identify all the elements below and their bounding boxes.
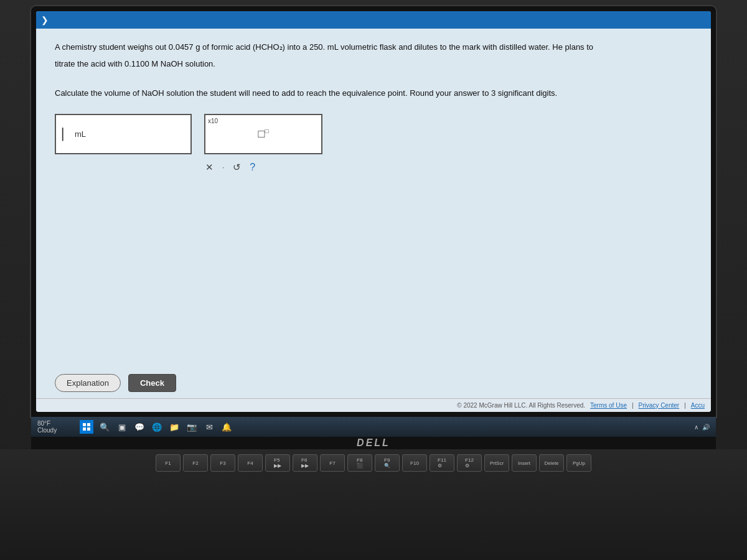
key-f10[interactable]: F10 (402, 454, 427, 472)
dell-logo: DELL (357, 437, 390, 449)
key-f3[interactable]: F3 (210, 454, 235, 472)
key-f1[interactable]: F1 (156, 454, 181, 472)
mail-icon[interactable]: ✉ (203, 421, 215, 433)
problem-line3: Calculate the volume of NaOH solution th… (55, 87, 692, 100)
answer-input-box[interactable]: ▏ mL (55, 114, 192, 154)
key-pgup[interactable]: PgUp (566, 454, 591, 472)
taskview-icon[interactable]: ▣ (116, 421, 128, 433)
explanation-button[interactable]: Explanation (55, 374, 121, 392)
chevron-up-icon[interactable]: ∧ (694, 424, 698, 431)
key-f2[interactable]: F2 (183, 454, 208, 472)
math-controls: ✕ · ↺ ? (204, 158, 322, 177)
key-delete[interactable]: Delete (539, 454, 564, 472)
weather-temp: 80°F (37, 420, 75, 427)
key-prtscr[interactable]: PrtScr (484, 454, 509, 472)
input-cursor-icon: ▏ (62, 128, 71, 141)
key-insert[interactable]: Insert (512, 454, 537, 472)
dot-separator: · (222, 163, 224, 172)
dell-branding: DELL (31, 437, 716, 449)
browser-icon[interactable]: 🌐 (151, 421, 163, 433)
taskbar: 80°F Cloudy 🔍 ▣ 💬 🌐 📁 📷 ✉ 🔔 ∧ 🔊 (31, 417, 716, 437)
weather-desc: Cloudy (37, 427, 75, 434)
bell-icon[interactable]: 🔔 (220, 421, 233, 433)
answer-area: ▏ mL x10 □□ ✕ · ↺ ? (55, 114, 692, 177)
privacy-link[interactable]: Privacy Center (639, 402, 680, 409)
terms-link[interactable]: Terms of Use (590, 402, 627, 409)
top-bar: ❯ (36, 11, 711, 29)
key-f6[interactable]: F6▶▶ (293, 454, 317, 472)
key-f5[interactable]: F5▶▶ (265, 454, 290, 472)
chat-icon[interactable]: 💬 (133, 421, 146, 433)
keyboard: F1 F2 F3 F4 F5▶▶ F6▶▶ F7 F8⬛ F9🔍 F10 F11… (0, 449, 747, 560)
problem-line2: titrate the acid with 0.1100 M NaOH solu… (55, 58, 692, 71)
help-button[interactable]: ? (250, 162, 255, 173)
footer-separator2: | (684, 402, 686, 409)
key-f12[interactable]: F12⚙ (457, 454, 482, 472)
bottom-area: Explanation Check (55, 368, 692, 392)
math-toolbar[interactable]: x10 □□ (204, 114, 322, 154)
undo-button[interactable]: ↺ (232, 161, 242, 174)
problem-text: A chemistry student weighs out 0.0457 g … (55, 41, 692, 104)
key-f4[interactable]: F4 (238, 454, 263, 472)
function-key-row: F1 F2 F3 F4 F5▶▶ F6▶▶ F7 F8⬛ F9🔍 F10 F11… (25, 454, 722, 472)
windows-logo-icon (83, 423, 90, 431)
key-f11[interactable]: F11⚙ (430, 454, 454, 472)
fraction-icon: □□ (258, 128, 269, 141)
accu-link[interactable]: Accu (691, 402, 705, 409)
folder-icon[interactable]: 📁 (168, 421, 181, 433)
speaker-icon[interactable]: 🔊 (702, 424, 710, 431)
key-f7[interactable]: F7 (320, 454, 345, 472)
problem-line1: A chemistry student weighs out 0.0457 g … (55, 41, 692, 54)
copyright-text: © 2022 McGraw Hill LLC. All Rights Reser… (457, 402, 585, 409)
math-toolbar-label: x10 (208, 118, 218, 124)
chevron-down-icon[interactable]: ❯ (41, 15, 49, 25)
unit-label: mL (75, 129, 86, 139)
photos-icon[interactable]: 📷 (186, 421, 198, 433)
check-button[interactable]: Check (128, 374, 176, 392)
main-content: A chemistry student weighs out 0.0457 g … (36, 29, 711, 398)
math-input-container: x10 □□ ✕ · ↺ ? (204, 114, 322, 177)
key-f9[interactable]: F9🔍 (375, 454, 400, 472)
footer-bar: © 2022 McGraw Hill LLC. All Rights Reser… (36, 398, 711, 412)
start-button[interactable] (80, 420, 93, 434)
footer-separator1: | (632, 402, 634, 409)
search-icon[interactable]: 🔍 (98, 421, 111, 433)
system-tray: ∧ 🔊 (694, 424, 710, 431)
clear-button[interactable]: ✕ (204, 161, 215, 174)
weather-widget: 80°F Cloudy (37, 420, 75, 434)
key-f8[interactable]: F8⬛ (347, 454, 372, 472)
